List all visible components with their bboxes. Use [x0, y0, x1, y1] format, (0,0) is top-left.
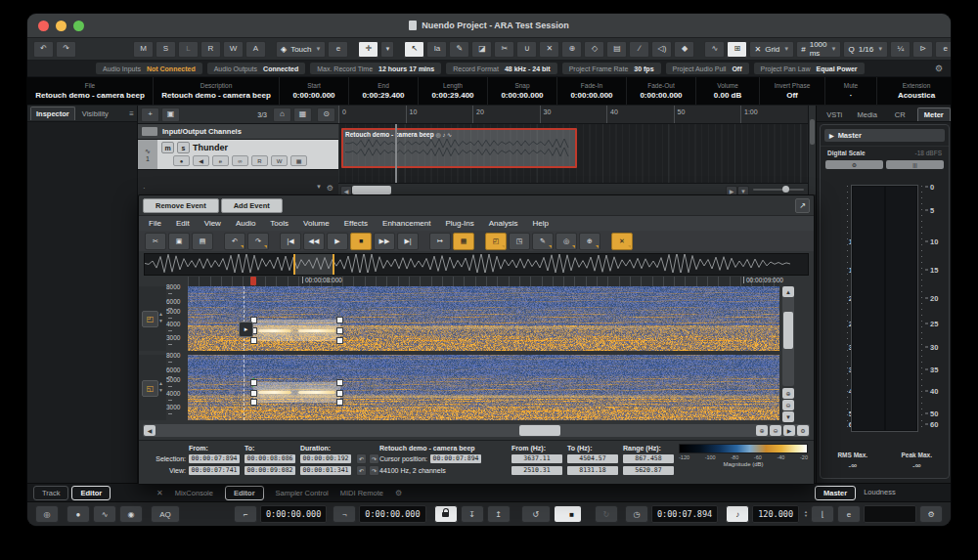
marker-mode-button[interactable]: ⌊: [811, 505, 834, 523]
listen-all-button[interactable]: L: [178, 41, 199, 58]
time-selection-tool[interactable]: ◰: [485, 233, 507, 250]
view-undo-icon[interactable]: ↶: [356, 465, 367, 476]
menu-item[interactable]: Help: [533, 219, 549, 228]
menu-item[interactable]: Volume: [303, 219, 330, 228]
zoom-slider[interactable]: [753, 189, 804, 191]
selection-handle[interactable]: [250, 399, 257, 406]
info-field[interactable]: Fade-Out 0:00:00.000: [627, 77, 696, 105]
color-tool[interactable]: ◆: [674, 41, 694, 58]
freeze-button[interactable]: ∞: [232, 155, 248, 166]
remove-event-button[interactable]: Remove Event: [143, 198, 219, 213]
zoom-settings-icon[interactable]: ⚙: [797, 425, 809, 436]
menu-item[interactable]: Plug-Ins: [445, 219, 473, 228]
project-cursor[interactable]: [395, 124, 397, 183]
track-solo-button[interactable]: s: [177, 142, 190, 153]
snap-button[interactable]: ⊞: [727, 41, 747, 58]
tab-meter[interactable]: Meter: [917, 108, 952, 121]
spectral-selection-ch1[interactable]: [253, 320, 340, 341]
tab-loudness[interactable]: Loudness: [860, 486, 900, 500]
play-button[interactable]: ▶: [327, 233, 348, 250]
view-from-hz-field[interactable]: 2510.31: [511, 466, 562, 475]
vscroll-thumb[interactable]: [810, 119, 815, 145]
info-field[interactable]: Mute ·: [825, 77, 877, 105]
record-enable-button[interactable]: ●: [173, 155, 190, 166]
quantize-panel-button[interactable]: e: [935, 41, 951, 58]
track-list-setup-icon[interactable]: ⚙: [327, 184, 333, 193]
scroll-up-icon[interactable]: ▲: [782, 286, 794, 297]
selection-attach-button[interactable]: ▸: [239, 322, 253, 337]
cursor-position-field[interactable]: 00:00:07:894: [430, 454, 481, 463]
auto-scroll-options-button[interactable]: ▼: [380, 41, 394, 58]
view-to-field[interactable]: 00:00:09:082: [244, 466, 295, 475]
transport-extra-field[interactable]: [864, 505, 916, 523]
editor-vscroll-thumb[interactable]: [783, 312, 793, 349]
status-pan-law[interactable]: Project Pan Law Equal Power: [754, 63, 865, 74]
project-ruler[interactable]: 010203040501:00: [338, 106, 808, 124]
track-grid-button[interactable]: ▦: [293, 108, 312, 122]
zoom-tool-editor[interactable]: ⊕: [579, 233, 600, 250]
view-range-hz-field[interactable]: 5620.87: [623, 466, 674, 475]
info-field[interactable]: Fade-In 0:00:00.000: [557, 77, 627, 105]
track-row-thunder[interactable]: ∿ 1 m s Thunder ● ◀ e ∞: [138, 140, 338, 170]
suspend-automation-button[interactable]: A: [245, 41, 266, 58]
channel-2-select-button[interactable]: ◱: [142, 380, 158, 397]
track-home-button[interactable]: ⌂: [273, 108, 291, 122]
menu-item[interactable]: Tools: [270, 219, 289, 228]
waveform-overview[interactable]: [144, 253, 809, 276]
mute-all-button[interactable]: M: [133, 41, 154, 58]
monitor-button[interactable]: ◀: [193, 155, 209, 166]
forward-button[interactable]: ▶▶: [374, 233, 395, 250]
lower-zone-setup-icon[interactable]: ⚙: [395, 489, 402, 497]
read-automation-button[interactable]: R: [251, 155, 268, 166]
status-audio-inputs[interactable]: Audio Inputs Not Connected: [96, 63, 202, 74]
quantize-select[interactable]: Q 1/16 ▼: [843, 41, 888, 58]
tab-midi-remote[interactable]: MIDI Remote: [340, 489, 383, 497]
line-tool[interactable]: ∕: [629, 41, 649, 58]
draw-tool[interactable]: ✎: [449, 41, 469, 58]
selection-to-hz-field[interactable]: 4504.57: [567, 454, 618, 463]
add-track-button[interactable]: +: [141, 108, 159, 122]
glue-tool[interactable]: ∪: [516, 41, 537, 58]
selection-redo-icon[interactable]: ↷: [369, 453, 379, 464]
spectrogram-canvas-ch1[interactable]: [188, 286, 779, 351]
info-field[interactable]: End 0:00:29.400: [349, 77, 419, 105]
inspector-menu-icon[interactable]: ≡: [129, 109, 134, 118]
tab-master[interactable]: Master: [815, 486, 856, 500]
activate-project-button[interactable]: ◎: [35, 505, 59, 523]
selection-handle[interactable]: [336, 337, 343, 344]
iterative-quantize-button[interactable]: ¼: [890, 41, 911, 58]
audio-event[interactable]: Retouch demo - camera beep ◎ ♪ ∿: [341, 128, 577, 168]
midi-input-button[interactable]: ⊳: [912, 41, 933, 58]
tab-mixconsole[interactable]: MixConsole: [175, 489, 213, 497]
use-track-preset-button[interactable]: ▣: [161, 108, 180, 122]
time-format-button[interactable]: ◷: [625, 505, 648, 523]
menu-item[interactable]: File: [149, 219, 161, 228]
left-locator-icon[interactable]: ⌐: [234, 505, 257, 523]
tab-track[interactable]: Track: [33, 486, 68, 500]
go-end-button[interactable]: ▶|: [397, 233, 419, 250]
editor-vscrollbar[interactable]: ▲: [782, 286, 794, 386]
view-from-field[interactable]: 00:00:07:741: [189, 466, 240, 475]
transport-edit-button[interactable]: e: [837, 505, 861, 523]
tab-sampler-control[interactable]: Sampler Control: [276, 489, 329, 497]
tab-editor[interactable]: Editor: [225, 486, 264, 500]
selection-to-field[interactable]: 00:00:08:086: [244, 454, 295, 463]
audio-quantize-button[interactable]: AQ: [151, 505, 180, 523]
scroll-left-icon[interactable]: ◀: [144, 425, 156, 436]
stop-button[interactable]: ■: [350, 233, 372, 250]
selection-handle[interactable]: [336, 327, 343, 334]
menu-item[interactable]: Enhancement: [382, 219, 430, 228]
selection-handle[interactable]: [336, 390, 343, 397]
add-event-button[interactable]: Add Event: [221, 198, 283, 213]
tempo-button[interactable]: ♪: [726, 505, 749, 523]
solo-all-button[interactable]: S: [156, 41, 176, 58]
channel-1-spectrogram[interactable]: ▸: [188, 286, 779, 351]
selection-handle[interactable]: [250, 390, 257, 397]
cycle-button[interactable]: ↺: [521, 505, 551, 523]
zoom-play-icon[interactable]: ▶: [783, 425, 795, 436]
channel-1-resize-arrows[interactable]: ▲▼: [158, 311, 163, 324]
channel-2-resize-arrows[interactable]: ▲▼: [158, 380, 163, 394]
overview-selection[interactable]: [293, 254, 334, 275]
frequency-selection-tool[interactable]: ◳: [509, 233, 530, 250]
vertical-zoom-out-icon[interactable]: ⊖: [782, 400, 794, 410]
